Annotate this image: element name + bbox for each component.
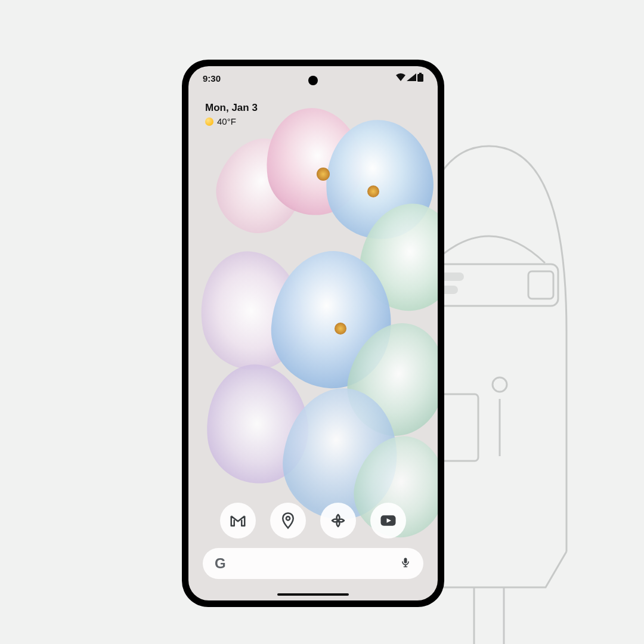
phone-screen: 9:30 Mon, Jan 3 40°F — [188, 66, 438, 600]
gmail-app-icon[interactable] — [220, 503, 256, 538]
battery-icon — [417, 73, 423, 83]
google-search-bar[interactable]: G — [203, 548, 423, 579]
at-a-glance-temp: 40°F — [217, 116, 236, 126]
youtube-app-icon[interactable] — [370, 503, 406, 538]
svg-rect-15 — [404, 558, 407, 564]
svg-point-10 — [493, 377, 507, 392]
sun-icon — [205, 117, 213, 126]
mic-icon[interactable] — [400, 556, 411, 571]
maps-app-icon[interactable] — [270, 503, 306, 538]
signal-icon — [407, 73, 416, 83]
photos-app-icon[interactable] — [320, 503, 356, 538]
svg-rect-12 — [417, 74, 423, 82]
camera-cutout — [308, 76, 318, 85]
svg-point-13 — [286, 516, 290, 520]
at-a-glance-weather: 40°F — [205, 116, 258, 126]
at-a-glance-widget[interactable]: Mon, Jan 3 40°F — [205, 102, 258, 126]
status-time: 9:30 — [203, 73, 221, 83]
gesture-nav-bar[interactable] — [277, 593, 349, 596]
app-dock — [188, 503, 438, 538]
svg-rect-5 — [528, 271, 553, 299]
phone-frame: 9:30 Mon, Jan 3 40°F — [182, 60, 444, 607]
at-a-glance-date: Mon, Jan 3 — [205, 102, 258, 114]
google-logo-icon: G — [215, 555, 226, 572]
wifi-icon — [396, 73, 405, 83]
svg-rect-11 — [419, 73, 422, 74]
